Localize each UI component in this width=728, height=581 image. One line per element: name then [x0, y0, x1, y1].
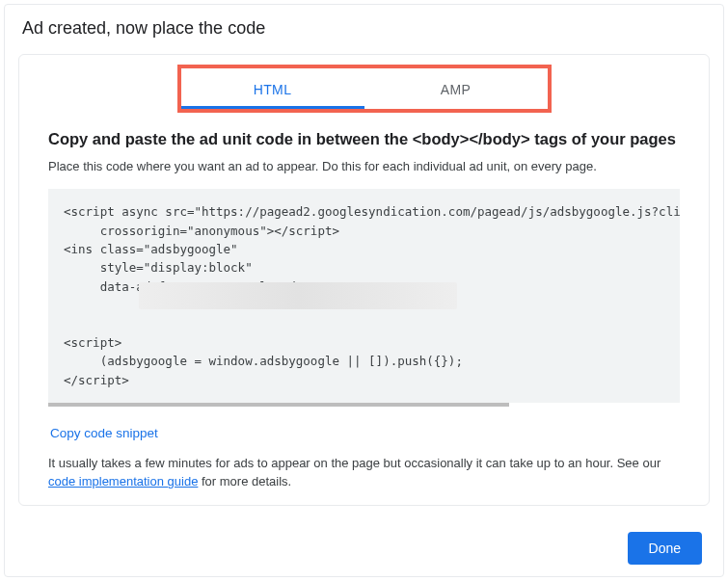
note-suffix: for more details.	[198, 474, 291, 489]
tabs-highlight-box: HTML AMP	[177, 65, 552, 113]
implementation-guide-link[interactable]: code implementation guide	[48, 474, 198, 489]
note-prefix: It usually takes a few minutes for ads t…	[48, 456, 661, 470]
tabs-container: HTML AMP	[19, 55, 709, 113]
tab-html[interactable]: HTML	[181, 68, 364, 109]
footer-note: It usually takes a few minutes for ads t…	[48, 454, 680, 491]
copy-code-link[interactable]: Copy code snippet	[50, 426, 158, 440]
done-button[interactable]: Done	[628, 532, 702, 565]
code-snippet[interactable]: <script async src="https://pagead2.googl…	[48, 189, 680, 403]
tab-amp[interactable]: AMP	[364, 68, 548, 109]
code-card: HTML AMP Copy and paste the ad unit code…	[18, 54, 710, 506]
redacted-region	[139, 282, 457, 309]
instructions-title: Copy and paste the ad unit code in betwe…	[48, 130, 680, 148]
page-title: Ad created, now place the code	[18, 18, 710, 39]
horizontal-scrollbar[interactable]	[48, 403, 509, 407]
instructions-subtitle: Place this code where you want an ad to …	[48, 158, 680, 175]
